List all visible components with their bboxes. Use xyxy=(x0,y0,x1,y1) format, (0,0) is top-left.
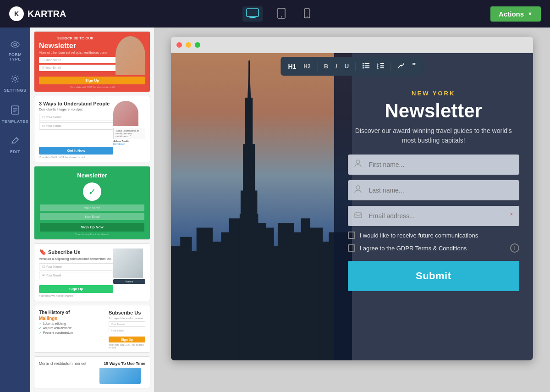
actions-label: Actions xyxy=(499,10,524,18)
templates-label: TEMPLATES xyxy=(2,119,28,124)
toolbar-separator-1 xyxy=(317,62,318,71)
tmpl4-field1: ☐ Your Name xyxy=(39,263,113,271)
checkbox-communications-box[interactable] xyxy=(348,232,355,239)
tmpl3-note: Your data will not be shared xyxy=(40,233,144,236)
tmpl3-field1: Your Name xyxy=(40,204,144,211)
desktop-device-button[interactable] xyxy=(242,6,263,22)
main-area: FORM TYPE SETTINGS TEMPLATES xyxy=(0,28,550,392)
settings-label: SETTINGS xyxy=(4,88,26,93)
tmpl3-field2: Your Email xyxy=(40,213,144,220)
browser-close-dot[interactable] xyxy=(176,42,182,48)
form-location: NEW YORK xyxy=(348,90,520,97)
checkbox-gdpr-box[interactable] xyxy=(348,244,355,252)
checkbox-communications: I would like to receive future communica… xyxy=(348,232,520,239)
template-card-ways-time[interactable]: Morbi id vestibulum non est 15 Ways To U… xyxy=(34,356,150,388)
tmpl5-signup-button[interactable]: Sign Up xyxy=(109,337,145,342)
email-field-wrapper: * xyxy=(348,206,520,226)
tmpl5-item3: Posuere condimentum xyxy=(43,331,73,334)
submit-button[interactable]: Submit xyxy=(348,261,520,291)
form-type-label: FORM TYPE xyxy=(3,52,28,61)
svg-rect-24 xyxy=(380,65,384,66)
form-content: H1 H2 B I U xyxy=(171,53,533,360)
actions-button[interactable]: Actions ▼ xyxy=(490,6,541,22)
tmpl5-item1: LobortIs adipisng xyxy=(43,322,66,325)
svg-text:3.: 3. xyxy=(377,66,379,69)
template-card-newsletter-green[interactable]: Newsletter ✓ Your Name Your Email Sign U… xyxy=(34,166,150,240)
info-icon[interactable]: i xyxy=(510,243,519,253)
left-sidebar: FORM TYPE SETTINGS TEMPLATES xyxy=(0,28,30,392)
template-card-understand-people[interactable]: "Nulla ullamcorper at vestibulum nec ves… xyxy=(34,96,150,162)
browser-minimize-dot[interactable] xyxy=(186,42,191,48)
svg-rect-18 xyxy=(364,65,369,66)
svg-rect-0 xyxy=(247,9,258,17)
svg-point-17 xyxy=(363,65,364,66)
tmpl4-header: 🔖 Subscribe Us xyxy=(39,248,113,255)
tablet-device-button[interactable] xyxy=(274,6,289,22)
toolbar-italic-button[interactable]: I xyxy=(333,61,340,72)
svg-rect-51 xyxy=(171,53,352,360)
person-icon-firstname xyxy=(354,160,362,170)
tmpl2-field1: ☐ Your Name xyxy=(39,114,113,121)
tmpl4-note: Your data will not be shared. xyxy=(39,294,145,297)
toolbar-underline-button[interactable]: U xyxy=(342,61,352,72)
chevron-down-icon: ▼ xyxy=(528,11,533,17)
checkmark-icon: ✓ xyxy=(83,182,101,201)
template-card-history-mailings[interactable]: The History of Mailings ✓LobortIs adipis… xyxy=(34,305,150,353)
tmpl3-signup-button[interactable]: Sign Up Now xyxy=(40,223,144,232)
edit-label: EDIT xyxy=(10,149,21,154)
tmpl1-signup-button[interactable]: Sign Up xyxy=(39,77,145,84)
svg-rect-54 xyxy=(355,213,362,218)
tmpl3-title: Newsletter xyxy=(40,172,144,179)
toolbar-ordered-list-button[interactable]: 1. 2. 3. xyxy=(374,61,387,72)
checkbox-gdpr: I agree to the GDPR Terms & Conditions i xyxy=(348,243,520,253)
toolbar-h1-button[interactable]: H1 xyxy=(285,61,299,72)
sidebar-item-form-type[interactable]: FORM TYPE xyxy=(0,36,30,66)
content-area: H1 H2 B I U xyxy=(154,28,550,392)
toolbar-link-button[interactable] xyxy=(395,61,407,72)
tmpl2-note: Your data WILL NOT be shared or sold xyxy=(39,156,145,159)
tmpl4-signup-button[interactable]: Sign Up xyxy=(39,285,113,293)
logo: K KARTRA xyxy=(9,6,66,21)
first-name-input[interactable] xyxy=(348,155,520,175)
toolbar-unordered-list-button[interactable] xyxy=(359,61,372,72)
svg-rect-26 xyxy=(380,67,384,68)
sidebar-item-templates[interactable]: TEMPLATES xyxy=(0,101,30,128)
toolbar-h2-button[interactable]: H2 xyxy=(301,61,313,72)
svg-rect-16 xyxy=(364,63,369,64)
last-name-input[interactable] xyxy=(348,180,520,200)
eye-icon xyxy=(11,40,20,50)
tmpl4-field2: ✉ Your Email xyxy=(39,272,113,279)
form-headline: Newsletter xyxy=(348,100,520,121)
tmpl6-left-title: Morbi id vestibulum non est xyxy=(39,361,96,366)
template-card-newsletter-red[interactable]: SUBSCRIBE TO OUR Newsletter Vitae ut bib… xyxy=(34,31,150,92)
svg-point-52 xyxy=(356,160,360,164)
checkbox-gdpr-label: I agree to the GDPR Terms & Conditions xyxy=(360,245,467,252)
browser-maximize-dot[interactable] xyxy=(195,42,200,48)
top-navigation: K KARTRA Actions ▼ xyxy=(0,0,550,28)
svg-point-4 xyxy=(281,16,282,17)
mobile-device-button[interactable] xyxy=(300,6,314,22)
sidebar-item-edit[interactable]: EDIT xyxy=(0,132,30,159)
device-switcher xyxy=(242,6,314,22)
form-right-panel: NEW YORK Newsletter Discover our award-w… xyxy=(334,53,534,360)
templates-icon xyxy=(11,105,19,117)
svg-point-15 xyxy=(363,63,364,64)
tmpl5-left-highlight: Mailings xyxy=(39,316,105,321)
svg-point-53 xyxy=(356,186,360,189)
text-formatting-toolbar: H1 H2 B I U xyxy=(280,57,423,76)
toolbar-blockquote-button[interactable]: " xyxy=(409,60,419,73)
browser-window: H1 H2 B I U xyxy=(171,37,533,360)
tmpl5-item2: Adipum vem dictmow xyxy=(43,326,72,330)
tmpl2-get-button[interactable]: Get It Now xyxy=(39,147,113,155)
tmpl5-note: Your data WILL NOT be shared or sold xyxy=(109,343,145,349)
sidebar-item-settings[interactable]: SETTINGS xyxy=(0,70,30,97)
toolbar-separator-2 xyxy=(355,62,356,71)
template-card-subscribe-us[interactable]: Kartra 🔖 Subscribe Us Vehicula a adipisc… xyxy=(34,243,150,301)
required-indicator: * xyxy=(510,212,513,220)
city-background xyxy=(171,53,352,360)
tmpl5-field1: Your Name xyxy=(109,321,145,327)
tmpl5-right-sub: A in repadato aculpt parturet xyxy=(109,317,145,320)
toolbar-bold-button[interactable]: B xyxy=(321,61,331,72)
email-input[interactable] xyxy=(348,206,520,226)
first-name-field-wrapper xyxy=(348,155,520,175)
